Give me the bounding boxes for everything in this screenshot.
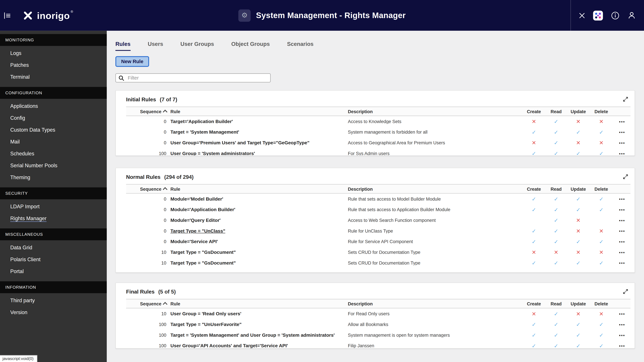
sidebar-item-rights-manager[interactable]: Rights Manager (0, 212, 107, 224)
column-header-read[interactable]: Read (545, 301, 567, 306)
expand-icon[interactable] (621, 173, 630, 181)
info-icon[interactable] (611, 11, 620, 20)
cell-permission: ✓ (523, 196, 545, 201)
cell-permission: ✓ (545, 343, 567, 349)
cell-permission: ✓ (567, 207, 589, 212)
rules-panel-initial-rules: Initial Rules(7 of 7)SequenceRuleDescrip… (116, 90, 635, 156)
row-menu-button[interactable]: ⋯ (613, 228, 630, 234)
column-header-sequence[interactable]: Sequence (126, 301, 167, 306)
row-menu-button[interactable]: ⋯ (613, 140, 630, 146)
sidebar-item-data-grid[interactable]: Data Grid (0, 241, 107, 253)
sidebar-item-mail[interactable]: Mail (0, 136, 107, 148)
sidebar-item-patches[interactable]: Patches (0, 59, 107, 71)
sidebar-item-portal[interactable]: Portal (0, 265, 107, 277)
sidebar-item-config[interactable]: Config (0, 112, 107, 124)
rule-text-link[interactable]: Target Type = "UnClass" (170, 228, 225, 233)
inorigo-logo[interactable]: inorigo ® (23, 10, 73, 21)
tab-scenarios[interactable]: Scenarios (287, 41, 314, 51)
expand-icon[interactable] (621, 288, 630, 296)
check-icon: ✓ (532, 321, 536, 328)
column-header-read[interactable]: Read (545, 186, 567, 191)
row-menu-button[interactable]: ⋯ (613, 118, 630, 125)
row-menu-button[interactable]: ⋯ (613, 321, 630, 328)
tab-users[interactable]: Users (148, 41, 163, 51)
column-header-create[interactable]: Create (523, 186, 545, 191)
cross-icon: ✕ (576, 217, 580, 223)
column-header-rule[interactable]: Rule (167, 301, 345, 306)
cell-sequence: 10 (126, 260, 167, 265)
sidebar-toggle-icon[interactable] (3, 11, 12, 20)
row-menu-button[interactable]: ⋯ (613, 206, 630, 213)
panel-count: (5 of 5) (158, 289, 176, 295)
column-header-description[interactable]: Description (345, 109, 523, 114)
sidebar-item-terminal[interactable]: Terminal (0, 71, 107, 83)
sidebar-item-applications[interactable]: Applications (0, 100, 107, 112)
cell-permission: ✓ (545, 332, 567, 338)
cell-description: Filip Janssen (345, 343, 523, 348)
new-rule-button[interactable]: New Rule (116, 56, 149, 67)
close-icon[interactable] (578, 12, 586, 19)
cell-permission: ✓ (567, 322, 589, 327)
check-icon: ✓ (599, 206, 604, 213)
user-account-icon[interactable] (627, 10, 637, 20)
cell-permission: ✓ (567, 196, 589, 201)
sidebar-item-ldap-import[interactable]: LDAP Import (0, 200, 107, 212)
row-menu-button[interactable]: ⋯ (613, 332, 630, 338)
sidebar-item-third-party[interactable]: Third party (0, 294, 107, 306)
column-header-create[interactable]: Create (523, 301, 545, 306)
table-row: 0Module='Service API'Rule for Service AP… (126, 236, 630, 247)
sidebar-item-theming[interactable]: Theming (0, 172, 107, 183)
column-header-sequence[interactable]: Sequence (126, 109, 167, 114)
header-title-group: ⚙ System Management - Rights Manager (238, 0, 406, 31)
app-launcher-icon[interactable] (593, 10, 604, 21)
column-header-create[interactable]: Create (523, 109, 545, 114)
expand-icon[interactable] (621, 95, 630, 103)
row-menu-button[interactable]: ⋯ (613, 249, 630, 255)
sidebar-item-logs[interactable]: Logs (0, 47, 107, 59)
row-menu-button[interactable]: ⋯ (613, 260, 630, 266)
column-header-delete[interactable]: Delete (589, 186, 613, 191)
row-menu-button[interactable]: ⋯ (613, 217, 630, 223)
row-menu-button[interactable]: ⋯ (613, 150, 630, 156)
tab-rules[interactable]: Rules (116, 41, 130, 51)
row-menu-button[interactable]: ⋯ (613, 311, 630, 317)
sort-ascending-icon (163, 109, 168, 114)
row-menu-button[interactable]: ⋯ (613, 196, 630, 202)
panel-title-text: Final Rules (126, 289, 155, 295)
column-header-delete[interactable]: Delete (589, 109, 613, 114)
row-menu-button[interactable]: ⋯ (613, 343, 630, 349)
sidebar-item-custom-data-types[interactable]: Custom Data Types (0, 124, 107, 136)
search-icon (118, 75, 124, 81)
sidebar-item-schedules[interactable]: Schedules (0, 148, 107, 160)
sidebar-item-polaris-client[interactable]: Polaris Client (0, 253, 107, 265)
column-header-sequence[interactable]: Sequence (126, 186, 167, 191)
check-icon: ✓ (554, 129, 558, 135)
cell-permission: ✓ (567, 332, 589, 338)
table-header-row: SequenceRuleDescriptionCreateReadUpdateD… (126, 184, 630, 193)
column-header-delete[interactable]: Delete (589, 301, 613, 306)
page-title: System Management - Rights Manager (256, 11, 406, 20)
cell-permission: ✓ (523, 129, 545, 135)
settings-gear-icon[interactable]: ⚙ (238, 9, 250, 21)
sidebar-item-version[interactable]: Version (0, 306, 107, 318)
row-menu-button[interactable]: ⋯ (613, 129, 630, 135)
cell-permission: ✓ (589, 322, 613, 327)
check-icon: ✓ (532, 332, 536, 338)
column-header-rule[interactable]: Rule (167, 186, 345, 191)
tab-user-groups[interactable]: User Groups (180, 41, 214, 51)
column-header-rule[interactable]: Rule (167, 109, 345, 114)
cell-permission: ✓ (545, 207, 567, 212)
tab-object-groups[interactable]: Object Groups (231, 41, 270, 51)
cell-permission: ✓ (545, 260, 567, 266)
column-header-description[interactable]: Description (345, 186, 523, 191)
column-header-update[interactable]: Update (567, 301, 589, 306)
row-menu-button[interactable]: ⋯ (613, 238, 630, 245)
column-header-update[interactable]: Update (567, 186, 589, 191)
check-icon: ✓ (576, 321, 580, 328)
filter-input[interactable] (127, 75, 268, 81)
sidebar-item-serial-number-pools[interactable]: Serial Number Pools (0, 160, 107, 172)
column-header-description[interactable]: Description (345, 301, 523, 306)
column-header-update[interactable]: Update (567, 109, 589, 114)
column-header-read[interactable]: Read (545, 109, 567, 114)
sidebar-item-label: Version (10, 309, 27, 315)
